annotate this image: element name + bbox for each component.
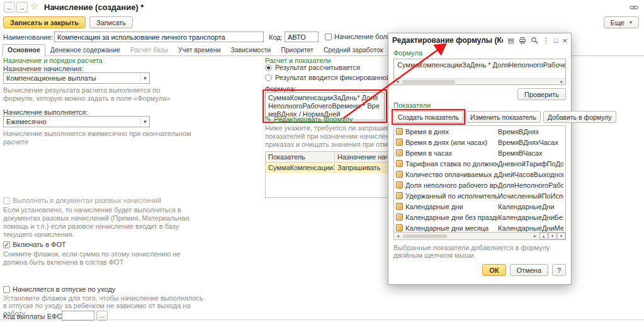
radio-circle <box>265 74 272 81</box>
indicator-name: Календарные дни без праздников <box>405 214 498 221</box>
indicator-icon <box>396 224 403 231</box>
indicator-row[interactable]: Время в днях (или часах)ВремяВДняхЧасах <box>394 137 565 147</box>
scroll-left-icon[interactable]: ◂ <box>394 233 402 239</box>
indicator-row[interactable]: Количество оплачиваемых дней (часов) вых… <box>394 169 565 180</box>
tab-calc-base[interactable]: Расчет базы <box>125 44 173 55</box>
chevron-down-icon[interactable]: ▾ <box>140 75 149 81</box>
edit-formula-link[interactable]: ✎ Редактировать формулу <box>265 115 353 124</box>
save-button[interactable]: Записать <box>89 16 133 28</box>
favorite-star-icon[interactable]: ☆ <box>30 1 38 12</box>
check-formula-button[interactable]: Проверить <box>517 88 566 100</box>
indicator-row[interactable]: Доля неполного рабочего времениДоляНепол… <box>394 180 565 190</box>
back-button[interactable]: ← <box>4 2 15 13</box>
result-calculated-label: Результат рассчитывается <box>275 64 360 71</box>
list-menu-button[interactable]: ▾ <box>557 233 565 239</box>
more-button[interactable]: Еще ▾ <box>604 16 639 28</box>
dialog-title: Редактирование формулы (Компе... <box>392 36 503 45</box>
indicator-id: ДневнойТарифПоДолжн <box>498 160 563 168</box>
search-icon[interactable] <box>531 37 538 44</box>
indicator-row[interactable]: Время в дняхВремяВДнях <box>394 126 565 137</box>
purpose-select[interactable]: Компенсационные выплаты ▾ <box>3 72 150 84</box>
indicator-icon <box>396 149 403 156</box>
maternity-leave-checkbox[interactable]: Начисляется в отпуске по уходу <box>3 285 115 293</box>
tab-dependencies[interactable]: Зависимости <box>225 44 276 55</box>
code-field-label: Код: <box>269 33 283 41</box>
radio-circle <box>265 64 272 71</box>
scroll-up-button[interactable]: ▴ <box>539 233 548 239</box>
ok-button[interactable]: ОК <box>482 264 506 276</box>
indicator-row[interactable]: Календарные дниКалендарныеДни <box>394 201 565 212</box>
indicator-name: Количество оплачиваемых дней (часов) вых… <box>405 171 498 178</box>
indicator-name: Удержанный по исполнительному листу НДФЛ <box>405 192 498 200</box>
help-button[interactable]: ? <box>552 264 566 276</box>
ellipsis-icon: ... <box>99 313 105 319</box>
indicator-row[interactable]: Удержанный по исполнительному листу НДФЛ… <box>394 190 565 201</box>
indicator-name: Время в днях (или часах) <box>405 139 498 146</box>
scroll-left-icon[interactable]: ◂ <box>394 79 401 84</box>
maternity-leave-label: Начисляется в отпуске по уходу <box>13 285 115 293</box>
formula-hscrollbar[interactable]: ◂ ▸ <box>394 78 565 84</box>
scroll-right-icon[interactable]: ▸ <box>558 79 565 84</box>
indicator-id: ВремяВДнях <box>498 128 563 135</box>
indicator-name: Время в часах <box>405 149 498 157</box>
chevron-down-icon[interactable]: ▾ <box>140 118 149 125</box>
result-calculated-radio[interactable]: Результат рассчитывается <box>265 64 360 71</box>
indicator-icon <box>396 171 403 178</box>
period-label: Начисление выполняется: <box>3 108 88 116</box>
app-window: ← → ☆ Начисление (создание) * Записать и… <box>0 0 644 322</box>
code-input[interactable] <box>285 32 319 42</box>
check-row: Проверить <box>393 88 566 100</box>
checkbox-box <box>3 197 10 204</box>
period-value: Ежемесячно <box>4 118 140 125</box>
print-icon[interactable] <box>519 37 526 44</box>
indicator-icon <box>396 181 403 188</box>
indicator-row[interactable]: Время в часахВремяВЧасах <box>394 147 565 158</box>
cancel-button[interactable]: Отмена <box>510 264 548 276</box>
include-fot-hint: Снимите флажок, если сумма по этому начи… <box>3 250 192 267</box>
save-label: Записать <box>96 19 126 26</box>
indicator-id: ВремяВДняхЧасах <box>498 139 563 146</box>
indicator-row[interactable]: Календарные дни месяцаКалендарныеДниМеся… <box>394 222 565 233</box>
dialog-formula-editor[interactable]: СуммаКомпенсацииЗаДень * ДоляНеполногоРа… <box>393 59 566 85</box>
col-indicator[interactable]: Показатель <box>266 152 335 162</box>
scroll-down-button[interactable]: ▾ <box>548 233 556 239</box>
help-label: ? <box>557 267 561 274</box>
period-select[interactable]: Ежемесячно ▾ <box>3 116 150 127</box>
tab-average-earnings[interactable]: Средний заработок <box>319 44 388 55</box>
cancel-label: Отмена <box>517 267 541 274</box>
grid-icon[interactable]: ▤ <box>507 37 514 44</box>
list-hscrollbar[interactable]: ◂ ▸ ▴ ▾ ▾ <box>393 233 566 240</box>
scroll-thumb[interactable] <box>402 80 455 84</box>
edit-formula-label: Редактировать формулу <box>274 115 353 123</box>
indicator-icon <box>396 160 403 167</box>
tab-main[interactable]: Основное <box>3 44 45 56</box>
forward-button[interactable]: → <box>16 2 28 13</box>
edit-indicator-button[interactable]: Изменить показатель <box>466 111 541 123</box>
include-fot-checkbox[interactable]: ✓ Включать в ФОТ <box>3 241 66 248</box>
tab-priority[interactable]: Приоритет <box>276 44 319 55</box>
checkbox-box <box>3 286 10 293</box>
scroll-thumb[interactable] <box>403 234 447 238</box>
indicator-id: КалендарныеДниБезПр <box>498 214 563 221</box>
dialog-footer-hint: Выбранные показатели добавляются в форму… <box>393 244 561 259</box>
scroll-right-icon[interactable]: ▸ <box>531 233 539 239</box>
tab-time-tracking[interactable]: Учет времени <box>173 44 225 55</box>
add-to-formula-button[interactable]: Добавить в формулу <box>543 111 616 123</box>
more-vert-icon[interactable]: ⋮ <box>543 37 550 44</box>
tab-money-content[interactable]: Денежное содержание <box>45 44 125 55</box>
checkbox-checked-box: ✓ <box>3 241 10 248</box>
dialog-titlebar: Редактирование формулы (Компе... ▤ ⋮ □ × <box>388 33 571 47</box>
indicator-icon <box>396 203 403 210</box>
cell-indicator: СуммаКомпенсацииЗаДень <box>266 163 335 173</box>
name-input[interactable] <box>54 32 264 42</box>
get-link-icon[interactable] <box>630 3 638 13</box>
close-icon[interactable]: × <box>562 37 567 44</box>
onetime-docs-checkbox[interactable]: Выполнять в документах разовых начислени… <box>3 197 161 204</box>
create-indicator-button[interactable]: Создать показатель <box>393 111 463 123</box>
save-close-label: Записать и закрыть <box>10 19 79 26</box>
save-close-button[interactable]: Записать и закрыть <box>3 16 86 28</box>
indicator-row[interactable]: Календарные дни без праздниковКалендарны… <box>394 212 565 222</box>
maximize-icon[interactable]: □ <box>554 37 558 44</box>
indicator-row[interactable]: Тарифная ставка по должности (дневная)Дн… <box>394 158 565 169</box>
indicator-name: Календарные дни месяца <box>405 224 498 232</box>
